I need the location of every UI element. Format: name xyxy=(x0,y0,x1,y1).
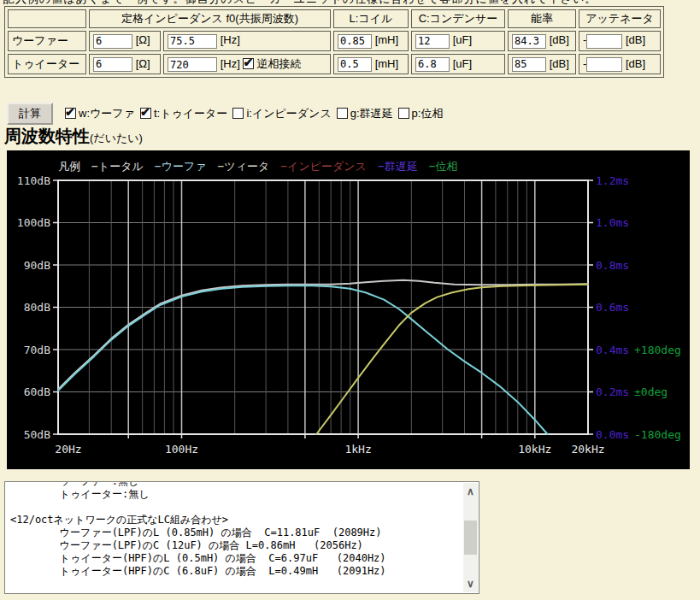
tweeter-attenuator-input[interactable] xyxy=(586,57,622,72)
checkbox-icon[interactable] xyxy=(398,108,409,119)
svg-text:80dB: 80dB xyxy=(24,301,50,314)
svg-text:90dB: 90dB xyxy=(24,259,50,272)
uf-unit-label: [uF] xyxy=(453,57,472,70)
svg-text:0.8ms: 0.8ms xyxy=(596,259,629,272)
svg-text:0.2ms: 0.2ms xyxy=(596,385,629,398)
plot-option-label: g:群遅延 xyxy=(350,107,393,120)
calculate-button[interactable]: 計算 xyxy=(7,103,53,125)
tweeter-impedance-input[interactable] xyxy=(93,57,132,72)
calculation-output-text: ウーファー:無し トゥイーター:無し <12/octネットワークの正式なLC組み… xyxy=(10,481,462,593)
plot-option-label: w:ウーファ xyxy=(79,107,135,120)
plot-option-label: i:インピーダンス xyxy=(246,107,331,120)
svg-text:-180deg: -180deg xyxy=(634,428,681,441)
svg-text:1.0ms: 1.0ms xyxy=(596,216,629,229)
mh-unit-label: [mH] xyxy=(375,33,398,46)
db-unit-label: [dB] xyxy=(550,33,569,46)
driver-parameter-table: 定格インピーダンス f0(共振周波数) L:コイル C:コンデンサー 能率 アッ… xyxy=(4,6,664,78)
tweeter-f0-input[interactable] xyxy=(168,57,217,72)
svg-text:70dB: 70dB xyxy=(24,344,50,356)
db-unit-label: [dB] xyxy=(550,57,569,70)
legend-item-7: −位相 xyxy=(429,159,458,174)
woofer-row-label: ウーファー xyxy=(8,31,86,51)
woofer-impedance-input[interactable] xyxy=(93,34,132,49)
tweeter-capacitor-input[interactable] xyxy=(415,57,450,72)
svg-text:0.4ms: 0.4ms xyxy=(596,344,629,356)
chart-plot-area: 110dB100dB90dB80dB70dB60dB50dB20Hz100Hz1… xyxy=(7,150,690,469)
svg-text:+180deg: +180deg xyxy=(634,344,681,356)
reverse-phase-label: 逆相接続 xyxy=(256,57,301,70)
checkbox-icon[interactable] xyxy=(337,108,348,119)
page-title: 周波数特性 xyxy=(4,126,90,145)
svg-text:±0deg: ±0deg xyxy=(634,385,668,398)
reverse-phase-checkbox[interactable] xyxy=(243,58,254,69)
hz-unit-label: [Hz] xyxy=(221,33,240,46)
svg-text:20kHz: 20kHz xyxy=(571,443,604,456)
legend-item-6: −群遅延 xyxy=(378,159,418,174)
legend-item-1: 凡例 xyxy=(58,159,80,174)
frequency-response-chart: 110dB100dB90dB80dB70dB60dB50dB20Hz100Hz1… xyxy=(7,150,690,469)
mh-unit-label: [mH] xyxy=(375,57,398,70)
hz-unit-label: [Hz] xyxy=(221,57,240,70)
svg-text:1kHz: 1kHz xyxy=(344,443,371,456)
ohm-unit-label: [Ω] xyxy=(136,33,150,46)
table-header-row: 定格インピーダンス f0(共振周波数) L:コイル C:コンデンサー 能率 アッ… xyxy=(8,9,661,28)
svg-text:50dB: 50dB xyxy=(24,428,50,441)
woofer-f0-input[interactable] xyxy=(168,34,217,49)
svg-text:0.0ms: 0.0ms xyxy=(596,428,629,441)
svg-text:60dB: 60dB xyxy=(24,385,50,398)
db-unit-label: [dB] xyxy=(626,33,645,46)
network-calculator-page: { "top_clipped_text": "記入例の値はあくまで一例です。御自… xyxy=(0,0,700,600)
corner-cell xyxy=(8,9,86,28)
coil-header: L:コイル xyxy=(333,9,409,28)
plot-option-3[interactable]: i:インピーダンス xyxy=(232,107,331,120)
impedance-f0-header: 定格インピーダンス f0(共振周波数) xyxy=(89,9,331,28)
legend-item-3: −ウーファ xyxy=(155,159,207,174)
woofer-coil-input[interactable] xyxy=(338,34,372,49)
plot-option-label: t:トゥイーター xyxy=(154,107,227,120)
plot-option-5[interactable]: p:位相 xyxy=(398,107,444,120)
svg-text:10kHz: 10kHz xyxy=(518,443,551,456)
page-title-note: (だいたい) xyxy=(90,132,143,144)
attenuator-header: アッテネータ xyxy=(579,9,661,28)
checkbox-icon[interactable] xyxy=(232,108,244,119)
svg-text:110dB: 110dB xyxy=(17,174,50,187)
section-heading: 周波数特性(だいたい) xyxy=(4,125,143,148)
calculation-output-box[interactable]: ウーファー:無し トゥイーター:無し <12/octネットワークの正式なLC組み… xyxy=(4,481,479,594)
tweeter-row: トゥイーター [Ω] [Hz] 逆相接続 [mH] [uF] [dB] - [d… xyxy=(8,54,661,74)
svg-text:100dB: 100dB xyxy=(17,216,50,229)
legend-item-2: −トータル xyxy=(91,159,144,174)
clipped-top-text: 記入例の値はあくまで一例です。御自分のスピーカーユニットの仕様に合わせて各部分に… xyxy=(3,0,697,4)
db-unit-label: [dB] xyxy=(626,57,645,70)
plot-option-checkboxes: w:ウーファt:トゥイーターi:インピーダンスg:群遅延p:位相 xyxy=(65,106,448,121)
uf-unit-label: [uF] xyxy=(453,33,472,46)
svg-text:1.2ms: 1.2ms xyxy=(596,174,629,187)
tweeter-efficiency-input[interactable] xyxy=(512,57,546,72)
plot-option-1[interactable]: w:ウーファ xyxy=(65,107,135,120)
output-scrollbar[interactable]: ∧ ∨ xyxy=(463,483,478,592)
ohm-unit-label: [Ω] xyxy=(136,57,150,70)
plot-option-4[interactable]: g:群遅延 xyxy=(337,107,393,120)
checkbox-icon[interactable] xyxy=(140,108,151,119)
controls-row: 計算 w:ウーファt:トゥイーターi:インピーダンスg:群遅延p:位相 xyxy=(7,103,448,125)
svg-text:100Hz: 100Hz xyxy=(165,443,198,456)
svg-text:20Hz: 20Hz xyxy=(55,443,81,456)
plot-option-label: p:位相 xyxy=(412,107,444,120)
woofer-efficiency-input[interactable] xyxy=(512,34,546,49)
svg-text:0.6ms: 0.6ms xyxy=(596,301,629,314)
woofer-row: ウーファー [Ω] [Hz] [mH] [uF] [dB] - [dB] xyxy=(8,31,661,51)
legend-item-5: −インピーダンス xyxy=(280,159,367,174)
capacitor-header: C:コンデンサー xyxy=(411,9,505,28)
scrollbar-up-icon[interactable]: ∧ xyxy=(463,485,478,498)
plot-option-2[interactable]: t:トゥイーター xyxy=(140,107,227,120)
scrollbar-down-icon[interactable]: ∨ xyxy=(463,577,478,591)
woofer-capacitor-input[interactable] xyxy=(415,34,450,49)
legend-item-4: −ツィータ xyxy=(218,159,270,174)
tweeter-row-label: トゥイーター xyxy=(8,54,86,74)
efficiency-header: 能率 xyxy=(508,9,576,28)
scrollbar-thumb[interactable] xyxy=(464,521,477,555)
chart-legend: 凡例−トータル−ウーファ−ツィータ−インピーダンス−群遅延−位相 xyxy=(58,159,458,174)
tweeter-coil-input[interactable] xyxy=(338,57,372,72)
woofer-attenuator-input[interactable] xyxy=(586,34,622,49)
checkbox-icon[interactable] xyxy=(65,108,76,119)
